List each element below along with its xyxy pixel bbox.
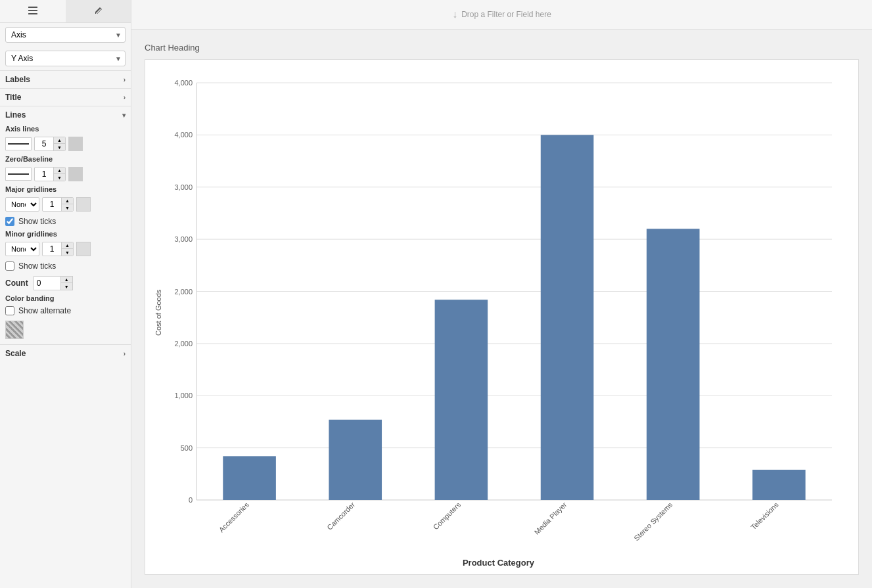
svg-rect-32 — [752, 470, 806, 500]
major-gridlines-down[interactable]: ▼ — [61, 204, 73, 211]
svg-rect-30 — [647, 229, 700, 500]
brush-icon — [93, 6, 103, 16]
zero-baseline-line — [8, 173, 29, 175]
major-gridlines-style-select[interactable]: None — [5, 197, 39, 212]
zero-baseline-down[interactable]: ▼ — [53, 174, 65, 181]
zero-baseline-preview[interactable] — [5, 168, 32, 181]
axis-lines-preview[interactable] — [5, 137, 32, 150]
major-gridlines-control: None 1 ▲ ▼ — [5, 197, 126, 212]
zero-baseline-control: 1 ▲ ▼ — [5, 167, 126, 181]
axis-lines-color[interactable] — [68, 137, 83, 151]
drop-zone-text: Drop a Filter or Field here — [461, 10, 551, 19]
lines-section-header[interactable]: Lines ▾ — [0, 106, 131, 124]
minor-gridlines-input[interactable]: 1 — [43, 243, 61, 255]
svg-rect-24 — [329, 420, 382, 500]
scale-label: Scale — [5, 349, 26, 358]
zero-baseline-input[interactable]: 1 — [35, 168, 53, 180]
zero-baseline-spinner: 1 ▲ ▼ — [34, 167, 66, 181]
svg-text:4,000: 4,000 — [174, 131, 193, 139]
svg-text:500: 500 — [181, 444, 193, 452]
svg-text:Media Player: Media Player — [533, 501, 568, 536]
axis-lines-spinner: 5 ▲ ▼ — [34, 137, 66, 151]
svg-rect-28 — [541, 135, 594, 500]
show-alternate-checkbox[interactable] — [5, 306, 14, 315]
banding-swatch-container — [0, 318, 131, 342]
svg-rect-22 — [223, 456, 276, 500]
y-axis-select[interactable]: Y Axis — [5, 51, 126, 66]
list-tab[interactable] — [0, 0, 66, 22]
major-show-ticks-checkbox[interactable] — [5, 217, 14, 226]
show-alternate-row: Show alternate — [0, 304, 131, 318]
labels-label: Labels — [5, 75, 30, 84]
sidebar-tabs — [0, 0, 131, 23]
major-gridlines-spinner-buttons: ▲ ▼ — [61, 198, 73, 211]
y-axis-label: Cost of Goods — [152, 73, 162, 553]
axis-lines-control: 5 ▲ ▼ — [5, 137, 126, 151]
svg-rect-0 — [28, 7, 37, 8]
axis-lines-preview-line — [8, 143, 29, 145]
minor-gridlines-label: Minor gridlines — [0, 229, 131, 239]
main-content: ↓ Drop a Filter or Field here Chart Head… — [131, 0, 872, 588]
minor-gridlines-control: None 1 ▲ ▼ — [5, 242, 126, 256]
major-show-ticks-label[interactable]: Show ticks — [18, 217, 56, 226]
major-gridlines-up[interactable]: ▲ — [61, 198, 73, 204]
major-gridlines-spinner: 1 ▲ ▼ — [42, 197, 74, 212]
banding-swatch[interactable] — [5, 321, 24, 339]
list-icon — [28, 5, 38, 16]
axis-lines-down[interactable]: ▼ — [53, 144, 65, 150]
count-spinner-buttons: ▲ ▼ — [60, 277, 72, 290]
axis-lines-spinner-buttons: ▲ ▼ — [53, 137, 65, 150]
zero-baseline-color[interactable] — [68, 167, 83, 181]
svg-text:Stereo Systems: Stereo Systems — [632, 501, 674, 543]
show-alternate-label[interactable]: Show alternate — [18, 306, 71, 315]
major-show-ticks-row: Show ticks — [0, 214, 131, 229]
brush-tab[interactable] — [66, 0, 131, 22]
axis-select[interactable]: Axis — [5, 27, 126, 43]
drop-zone[interactable]: ↓ Drop a Filter or Field here — [131, 0, 872, 30]
title-arrow: › — [124, 94, 126, 101]
count-input[interactable]: 0 — [34, 277, 60, 289]
count-spinner: 0 ▲ ▼ — [34, 276, 73, 290]
minor-gridlines-up[interactable]: ▲ — [61, 242, 73, 249]
svg-text:Camcorder: Camcorder — [325, 501, 356, 531]
major-gridlines-label: Major gridlines — [0, 184, 131, 194]
minor-gridlines-color[interactable] — [76, 242, 91, 256]
svg-rect-1 — [28, 10, 37, 11]
svg-text:4,000: 4,000 — [174, 79, 193, 87]
chart-inner: Cost of Goods 05001,0002,0002,0003,0003,… — [152, 73, 845, 553]
x-axis-title: Product Category — [152, 558, 845, 568]
svg-text:2,000: 2,000 — [174, 340, 193, 348]
minor-gridlines-spinner: 1 ▲ ▼ — [42, 242, 74, 256]
color-banding-label: Color banding — [0, 293, 131, 304]
lines-arrow: ▾ — [122, 112, 126, 119]
chart-plot-area: 05001,0002,0002,0003,0003,0004,0004,000A… — [162, 73, 845, 553]
minor-show-ticks-checkbox[interactable] — [5, 261, 14, 271]
svg-text:3,000: 3,000 — [174, 235, 193, 243]
svg-text:Televisions: Televisions — [749, 501, 780, 531]
svg-text:2,000: 2,000 — [174, 288, 193, 296]
minor-show-ticks-row: Show ticks — [0, 259, 131, 273]
chart-heading: Chart Heading — [145, 43, 859, 53]
minor-show-ticks-label[interactable]: Show ticks — [18, 261, 56, 271]
count-up[interactable]: ▲ — [60, 277, 72, 283]
count-label: Count — [5, 279, 28, 288]
major-gridlines-input[interactable]: 1 — [43, 198, 61, 210]
svg-text:1,000: 1,000 — [174, 392, 193, 399]
count-row: Count 0 ▲ ▼ — [0, 273, 131, 293]
chart-container: Chart Heading Cost of Goods 05001,0002,0… — [131, 30, 872, 588]
scale-arrow: › — [124, 350, 126, 357]
zero-baseline-up[interactable]: ▲ — [53, 168, 65, 174]
chart-svg: 05001,0002,0002,0003,0003,0004,0004,000A… — [162, 73, 845, 553]
scale-section-header[interactable]: Scale › — [0, 344, 131, 362]
axis-lines-up[interactable]: ▲ — [53, 137, 65, 144]
lines-label: Lines — [5, 110, 26, 120]
axis-lines-input[interactable]: 5 — [35, 138, 53, 150]
minor-gridlines-down[interactable]: ▼ — [61, 249, 73, 256]
minor-gridlines-style-select[interactable]: None — [5, 242, 39, 256]
count-down[interactable]: ▼ — [60, 283, 72, 290]
title-section-header[interactable]: Title › — [0, 88, 131, 106]
title-label: Title — [5, 93, 21, 102]
major-gridlines-color[interactable] — [76, 197, 91, 212]
svg-text:Accessories: Accessories — [218, 501, 251, 534]
labels-section-header[interactable]: Labels › — [0, 70, 131, 88]
